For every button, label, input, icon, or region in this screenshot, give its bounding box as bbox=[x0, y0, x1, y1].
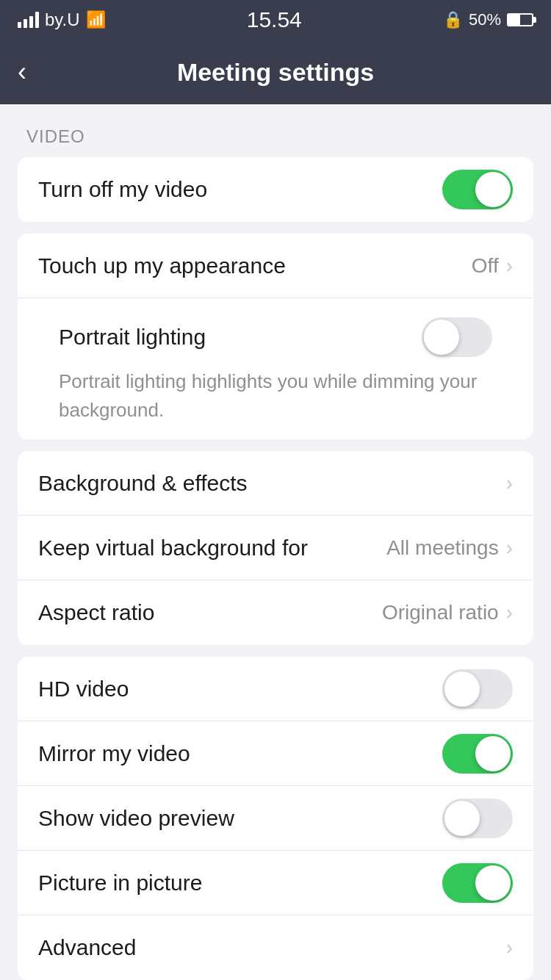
wifi-icon: 📶 bbox=[86, 10, 106, 29]
aspect-ratio-chevron: › bbox=[506, 601, 513, 624]
aspect-ratio-right: Original ratio › bbox=[382, 601, 513, 624]
settings-group-4: HD video Mirror my video Show video prev… bbox=[18, 657, 533, 980]
setting-row-portrait-lighting[interactable]: Portrait lighting Portrait lighting high… bbox=[18, 298, 533, 439]
keep-virtual-bg-value: All meetings bbox=[386, 536, 499, 560]
touch-up-value: Off bbox=[472, 254, 499, 278]
keep-virtual-bg-chevron: › bbox=[506, 536, 513, 560]
header: ‹ Meeting settings bbox=[0, 40, 551, 104]
turn-off-video-toggle[interactable] bbox=[442, 170, 513, 209]
advanced-label: Advanced bbox=[38, 935, 136, 960]
picture-in-picture-label: Picture in picture bbox=[38, 871, 202, 896]
settings-group-1: Turn off my video bbox=[18, 157, 533, 222]
setting-row-hd-video[interactable]: HD video bbox=[18, 657, 533, 721]
portrait-lighting-description: Portrait lighting highlights you while d… bbox=[38, 367, 513, 439]
hd-video-label: HD video bbox=[38, 677, 129, 702]
advanced-right: › bbox=[506, 936, 513, 959]
settings-content: VIDEO Turn off my video Touch up my appe… bbox=[0, 104, 551, 980]
show-preview-toggle[interactable] bbox=[442, 799, 513, 838]
portrait-lighting-main: Portrait lighting bbox=[38, 298, 513, 367]
settings-group-2: Touch up my appearance Off › Portrait li… bbox=[18, 234, 533, 439]
status-left: by.U 📶 bbox=[18, 10, 106, 30]
page-title: Meeting settings bbox=[177, 58, 374, 87]
background-effects-right: › bbox=[506, 472, 513, 495]
status-bar: by.U 📶 15.54 🔒 50% bbox=[0, 0, 551, 40]
touch-up-label: Touch up my appearance bbox=[38, 253, 286, 278]
touch-up-chevron: › bbox=[506, 254, 513, 278]
setting-row-show-preview[interactable]: Show video preview bbox=[18, 786, 533, 851]
mirror-video-toggle[interactable] bbox=[442, 734, 513, 774]
setting-row-picture-in-picture[interactable]: Picture in picture bbox=[18, 851, 533, 915]
mirror-video-label: Mirror my video bbox=[38, 741, 190, 766]
keep-virtual-bg-label: Keep virtual background for bbox=[38, 536, 308, 561]
setting-row-mirror-video[interactable]: Mirror my video bbox=[18, 721, 533, 786]
carrier-label: by.U bbox=[45, 10, 80, 30]
background-effects-label: Background & effects bbox=[38, 471, 248, 496]
section-label-video: VIDEO bbox=[0, 126, 551, 157]
signal-icon bbox=[18, 12, 39, 28]
setting-row-touch-up[interactable]: Touch up my appearance Off › bbox=[18, 234, 533, 298]
status-right: 🔒 50% bbox=[443, 10, 533, 29]
aspect-ratio-value: Original ratio bbox=[382, 601, 499, 624]
background-effects-chevron: › bbox=[506, 472, 513, 495]
portrait-lighting-label: Portrait lighting bbox=[59, 325, 206, 350]
advanced-chevron: › bbox=[506, 936, 513, 959]
portrait-lighting-toggle[interactable] bbox=[422, 317, 492, 357]
setting-row-aspect-ratio[interactable]: Aspect ratio Original ratio › bbox=[18, 580, 533, 645]
turn-off-video-label: Turn off my video bbox=[38, 177, 207, 202]
setting-row-keep-virtual-bg[interactable]: Keep virtual background for All meetings… bbox=[18, 516, 533, 580]
lock-icon: 🔒 bbox=[443, 10, 463, 29]
settings-group-3: Background & effects › Keep virtual back… bbox=[18, 451, 533, 645]
status-time: 15.54 bbox=[247, 7, 302, 32]
setting-row-advanced[interactable]: Advanced › bbox=[18, 915, 533, 980]
battery-percent: 50% bbox=[469, 10, 501, 29]
aspect-ratio-label: Aspect ratio bbox=[38, 600, 154, 625]
back-button[interactable]: ‹ bbox=[18, 59, 26, 85]
battery-icon bbox=[507, 13, 533, 26]
touch-up-right: Off › bbox=[472, 254, 513, 278]
hd-video-toggle[interactable] bbox=[442, 669, 513, 709]
picture-in-picture-toggle[interactable] bbox=[442, 863, 513, 903]
setting-row-background-effects[interactable]: Background & effects › bbox=[18, 451, 533, 516]
setting-row-turn-off-video[interactable]: Turn off my video bbox=[18, 157, 533, 222]
show-preview-label: Show video preview bbox=[38, 806, 234, 831]
keep-virtual-bg-right: All meetings › bbox=[386, 536, 513, 560]
